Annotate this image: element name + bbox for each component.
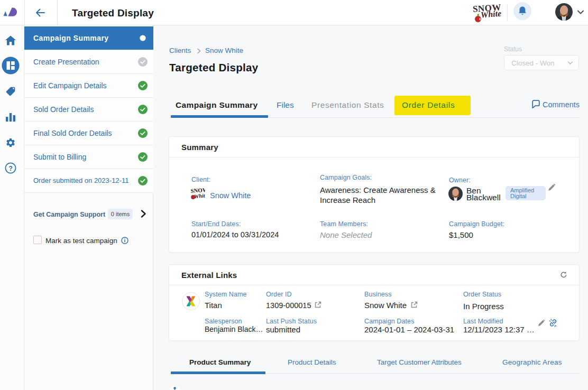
svg-text:White: White [194,192,205,199]
svg-text:?: ? [8,165,13,172]
